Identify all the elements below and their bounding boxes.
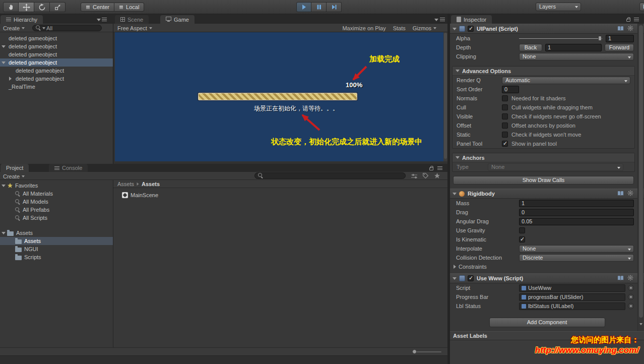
move-tool-button[interactable] xyxy=(19,2,34,12)
foldout-open-icon[interactable] xyxy=(456,156,460,159)
breadcrumb-root[interactable]: Assets xyxy=(117,181,134,187)
add-component-button[interactable]: Add Component xyxy=(489,318,605,327)
inspector-pane-menu-icon[interactable] xyxy=(634,18,639,21)
clipping-dropdown[interactable]: None xyxy=(519,53,634,60)
step-button[interactable] xyxy=(327,2,342,12)
lbl-status-object-field[interactable]: lblStatus (UILabel) xyxy=(519,302,625,310)
aspect-dropdown[interactable]: Free Aspect xyxy=(117,25,152,31)
hierarchy-pane-menu-icon[interactable] xyxy=(102,18,107,21)
help-book-icon[interactable] xyxy=(617,275,624,282)
constraints-row[interactable]: Constraints xyxy=(450,262,644,271)
advanced-options-header[interactable]: Advanced Options xyxy=(453,67,634,76)
scrollbar-down-arrow-icon[interactable] xyxy=(639,323,642,325)
hierarchy-item[interactable]: deleted gameobject xyxy=(0,34,113,42)
favorite-item[interactable]: All Materials xyxy=(0,190,113,198)
foldout-open-icon[interactable] xyxy=(456,70,460,72)
lock-icon[interactable] xyxy=(626,19,630,22)
layout-dropdown[interactable]: Layout xyxy=(639,3,644,11)
project-create-button[interactable]: Create xyxy=(3,173,25,179)
sort-order-field[interactable]: 0 xyxy=(502,86,519,93)
favorite-item[interactable]: All Prefabs xyxy=(0,206,113,214)
cull-checkbox[interactable] xyxy=(502,104,508,110)
foldout-closed-icon[interactable] xyxy=(9,77,12,81)
help-book-icon[interactable] xyxy=(617,191,624,197)
maximize-on-play-button[interactable]: Maximize on Play xyxy=(342,25,385,31)
tab-hierarchy[interactable]: Hierarchy xyxy=(1,15,43,24)
normals-checkbox[interactable] xyxy=(502,95,508,101)
mass-field[interactable]: 1 xyxy=(519,200,634,207)
tab-scene[interactable]: Scene xyxy=(115,15,149,24)
project-pane-menu-icon[interactable] xyxy=(437,166,442,170)
folder-item[interactable]: NGUI xyxy=(0,245,113,253)
scrollbar-thumb[interactable] xyxy=(639,25,643,318)
search-by-label-icon[interactable] xyxy=(422,172,429,180)
hierarchy-item[interactable]: deleted gameobject xyxy=(0,50,113,58)
visible-checkbox[interactable] xyxy=(502,113,508,119)
gear-icon[interactable] xyxy=(627,25,633,32)
foldout-open-icon[interactable] xyxy=(2,232,6,234)
depth-forward-button[interactable]: Forward xyxy=(605,44,634,51)
hierarchy-search-input[interactable]: All xyxy=(32,25,102,31)
anchors-header[interactable]: Anchors xyxy=(453,153,634,162)
pause-button[interactable] xyxy=(311,2,327,12)
hierarchy-item[interactable]: _RealTime xyxy=(0,83,113,91)
hierarchy-item[interactable]: deleted gameobject xyxy=(0,75,113,83)
tab-project[interactable]: Project xyxy=(1,164,29,172)
lock-icon[interactable] xyxy=(429,167,433,170)
local-pivot-button[interactable]: Local xyxy=(114,3,144,12)
interpolate-dropdown[interactable]: None xyxy=(519,245,634,253)
uipanel-component-header[interactable]: UIPanel (Script) xyxy=(450,24,644,34)
play-button[interactable] xyxy=(296,2,311,12)
foldout-open-icon[interactable] xyxy=(2,185,6,187)
rotate-tool-button[interactable] xyxy=(34,2,50,12)
assets-root-row[interactable]: Assets xyxy=(0,229,113,237)
asset-file-item[interactable]: MainScene xyxy=(122,192,158,198)
hierarchy-item[interactable]: deleted gameobject xyxy=(0,67,113,75)
rigidbody-component-header[interactable]: Rigidbody xyxy=(450,189,644,199)
gear-icon[interactable] xyxy=(627,190,633,197)
offset-checkbox[interactable] xyxy=(502,123,508,129)
usewww-component-header[interactable]: Use Www (Script) xyxy=(450,273,644,283)
object-picker-icon[interactable] xyxy=(628,285,634,291)
center-pivot-button[interactable]: Center xyxy=(81,3,114,12)
show-draw-calls-button[interactable]: Show Draw Calls xyxy=(453,176,634,185)
inspector-scrollbar[interactable] xyxy=(637,24,643,331)
usewww-enabled-checkbox[interactable] xyxy=(468,275,474,281)
hierarchy-pane-dropdown-icon[interactable] xyxy=(97,19,101,21)
panel-tool-checkbox[interactable] xyxy=(502,141,508,147)
hierarchy-item-selected[interactable]: deleted gameobject xyxy=(0,58,113,67)
saved-search-star-icon[interactable] xyxy=(434,172,440,180)
foldout-open-icon[interactable] xyxy=(2,62,6,64)
depth-back-button[interactable]: Back xyxy=(519,44,542,51)
render-q-dropdown[interactable]: Automatic xyxy=(502,77,630,84)
project-search-input[interactable] xyxy=(254,172,406,179)
hand-tool-button[interactable] xyxy=(3,2,19,12)
use-gravity-checkbox[interactable] xyxy=(519,227,525,233)
tab-console[interactable]: Console xyxy=(49,164,88,172)
foldout-open-icon[interactable] xyxy=(453,28,457,30)
favorite-item[interactable]: All Scripts xyxy=(0,214,113,222)
layers-dropdown[interactable]: Layers xyxy=(536,3,581,11)
folder-item-selected[interactable]: Assets xyxy=(0,237,113,245)
object-picker-icon[interactable] xyxy=(628,294,634,300)
stats-button[interactable]: Stats xyxy=(393,25,406,31)
foldout-open-icon[interactable] xyxy=(2,45,6,48)
game-viewport[interactable]: 加载完成 100% 场景正在初始化，请等待。。。 状态改变，初始化完成之后就进入… xyxy=(115,32,443,161)
foldout-closed-icon[interactable] xyxy=(454,265,456,269)
scrollbar-thumb[interactable] xyxy=(444,33,447,159)
alpha-slider[interactable] xyxy=(519,35,602,42)
tab-inspector[interactable]: Inspector xyxy=(451,15,492,24)
depth-field[interactable]: 1 xyxy=(545,44,602,51)
uipanel-enabled-checkbox[interactable] xyxy=(468,26,474,32)
collision-detection-dropdown[interactable]: Discrete xyxy=(519,254,634,262)
static-checkbox[interactable] xyxy=(502,132,508,138)
hierarchy-create-button[interactable]: Create xyxy=(3,25,25,31)
progress-bar-object-field[interactable]: progressBar (UISlider) xyxy=(519,293,625,301)
foldout-open-icon[interactable] xyxy=(453,193,457,195)
game-pane-dropdown-icon[interactable] xyxy=(434,19,438,21)
favorites-header-row[interactable]: Favorites xyxy=(0,181,113,190)
slider-handle[interactable] xyxy=(598,36,602,41)
gizmos-dropdown[interactable]: Gizmos xyxy=(413,25,436,31)
alpha-field[interactable]: 1 xyxy=(606,35,634,42)
angular-drag-field[interactable]: 0.05 xyxy=(519,218,634,225)
